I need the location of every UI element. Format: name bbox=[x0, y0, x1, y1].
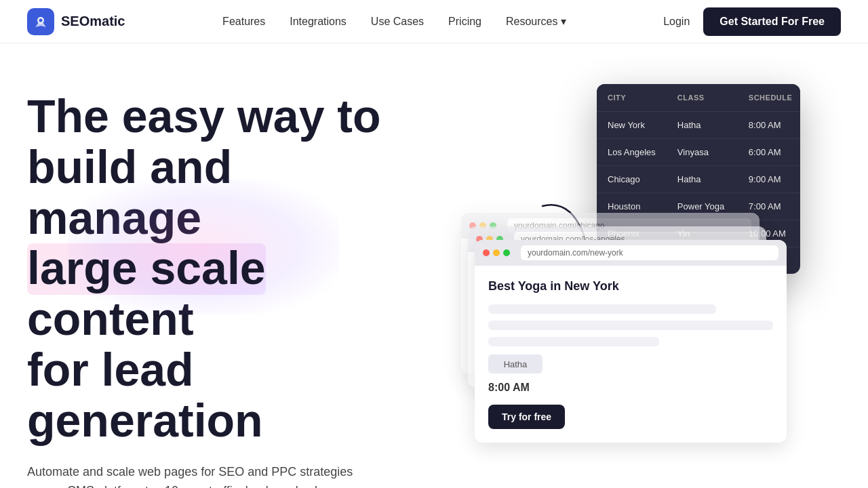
logo-svg bbox=[33, 14, 49, 30]
nav-right: Login Get Started For Free bbox=[663, 7, 841, 36]
nav-cta-button[interactable]: Get Started For Free bbox=[703, 7, 841, 36]
tag-container: Hatha bbox=[488, 354, 773, 373]
chevron-down-icon: ▾ bbox=[561, 15, 566, 28]
svg-point-1 bbox=[39, 18, 43, 22]
dot-yellow-1 bbox=[493, 249, 500, 256]
browser-window-newyork: yourdomain.com/new-york Best Yoga in New… bbox=[475, 240, 787, 443]
dot-green-1 bbox=[503, 249, 510, 256]
browser-url-1: yourdomain.com/new-york bbox=[521, 245, 778, 260]
nav-links: Features Integrations Use Cases Pricing … bbox=[222, 15, 566, 28]
logo-text: SEOmatic bbox=[61, 14, 125, 29]
time-display: 8:00 AM bbox=[488, 382, 773, 394]
browser-page-title: Best Yoga in New York bbox=[488, 279, 773, 293]
col-city: CITY bbox=[597, 84, 667, 112]
table-row: Chicago Hatha 9:00 AM bbox=[597, 166, 800, 193]
hero-title: The easy way to build and manage large s… bbox=[27, 91, 407, 446]
nav-resources[interactable]: Resources ▾ bbox=[506, 15, 566, 28]
hero-right: CITY CLASS SCHEDULE New York Hatha 8:00 … bbox=[434, 84, 841, 477]
table-row: Los Angeles Vinyasa 6:00 AM bbox=[597, 139, 800, 166]
nav-pricing[interactable]: Pricing bbox=[448, 16, 481, 28]
nav-use-cases[interactable]: Use Cases bbox=[371, 16, 424, 28]
navbar: SEOmatic Features Integrations Use Cases… bbox=[0, 0, 868, 43]
class-tag: Hatha bbox=[488, 354, 542, 373]
dot-red-1 bbox=[483, 249, 490, 256]
content-placeholder-2 bbox=[488, 321, 773, 330]
try-free-button[interactable]: Try for free bbox=[488, 405, 565, 429]
nav-features[interactable]: Features bbox=[222, 16, 265, 28]
browser-content-1: Best Yoga in New York Hatha 8:00 AM Try … bbox=[475, 266, 787, 443]
hero-left: The easy way to build and manage large s… bbox=[27, 84, 407, 488]
col-schedule: SCHEDULE bbox=[738, 84, 800, 112]
logo-icon bbox=[27, 8, 54, 35]
browser-dots-1 bbox=[483, 249, 510, 256]
browser-bar-1: yourdomain.com/new-york bbox=[475, 240, 787, 266]
logo[interactable]: SEOmatic bbox=[27, 8, 125, 35]
content-placeholder-1 bbox=[488, 304, 716, 314]
nav-integrations[interactable]: Integrations bbox=[290, 16, 347, 28]
table-row: New York Hatha 8:00 AM bbox=[597, 112, 800, 139]
content-placeholder-3 bbox=[488, 337, 659, 346]
col-class: CLASS bbox=[667, 84, 738, 112]
hero-section: The easy way to build and manage large s… bbox=[0, 43, 868, 488]
hero-description: Automate and scale web pages for SEO and… bbox=[27, 462, 366, 488]
login-link[interactable]: Login bbox=[663, 16, 690, 28]
